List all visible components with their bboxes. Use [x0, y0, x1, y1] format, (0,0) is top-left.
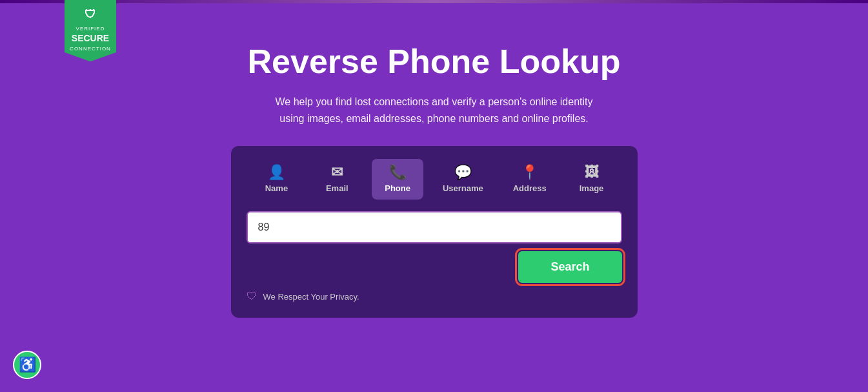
privacy-text: We Respect Your Privacy. — [263, 292, 359, 302]
search-card: 👤 Name ✉ Email 📞 Phone 💬 Username 📍 Addr… — [231, 146, 638, 318]
location-icon: 📍 — [521, 165, 538, 180]
tab-address[interactable]: 📍 Address — [503, 159, 557, 200]
tab-name[interactable]: 👤 Name — [250, 159, 302, 200]
search-tabs: 👤 Name ✉ Email 📞 Phone 💬 Username 📍 Addr… — [247, 159, 622, 200]
tab-username[interactable]: 💬 Username — [432, 159, 494, 200]
tab-phone-label: Phone — [385, 183, 410, 193]
image-icon: 🖼 — [585, 165, 599, 180]
main-content: Reverse Phone Lookup We help you find lo… — [0, 3, 868, 318]
privacy-note: 🛡 We Respect Your Privacy. — [247, 291, 622, 302]
accessibility-button[interactable]: ♿ — [13, 351, 41, 379]
page-subtitle: We help you find lost connections and ve… — [273, 94, 596, 127]
email-icon: ✉ — [331, 165, 343, 180]
tab-email[interactable]: ✉ Email — [311, 159, 363, 200]
person-icon: 👤 — [268, 165, 285, 180]
tab-image[interactable]: 🖼 Image — [566, 159, 618, 200]
phone-input[interactable] — [247, 211, 622, 243]
tab-phone[interactable]: 📞 Phone — [372, 159, 423, 200]
secure-badge: 🛡 VERIFIED SECURE CONNECTION — [65, 0, 116, 61]
badge-secure-text: SECURE — [70, 32, 111, 45]
tab-email-label: Email — [326, 183, 348, 193]
chat-icon: 💬 — [454, 165, 472, 180]
phone-icon: 📞 — [389, 165, 407, 180]
shield-badge-icon: 🛡 — [70, 6, 111, 23]
tab-image-label: Image — [580, 183, 604, 193]
tab-address-label: Address — [513, 183, 547, 193]
badge-verified-text: VERIFIED — [70, 25, 111, 32]
accessibility-icon: ♿ — [19, 356, 36, 373]
privacy-shield-icon: 🛡 — [247, 291, 258, 302]
search-button[interactable]: Search — [518, 251, 621, 283]
badge-connection-text: CONNECTION — [70, 45, 111, 52]
page-title: Reverse Phone Lookup — [248, 42, 621, 81]
tab-name-label: Name — [265, 183, 288, 193]
tab-username-label: Username — [443, 183, 483, 193]
input-row: Search — [247, 211, 622, 283]
